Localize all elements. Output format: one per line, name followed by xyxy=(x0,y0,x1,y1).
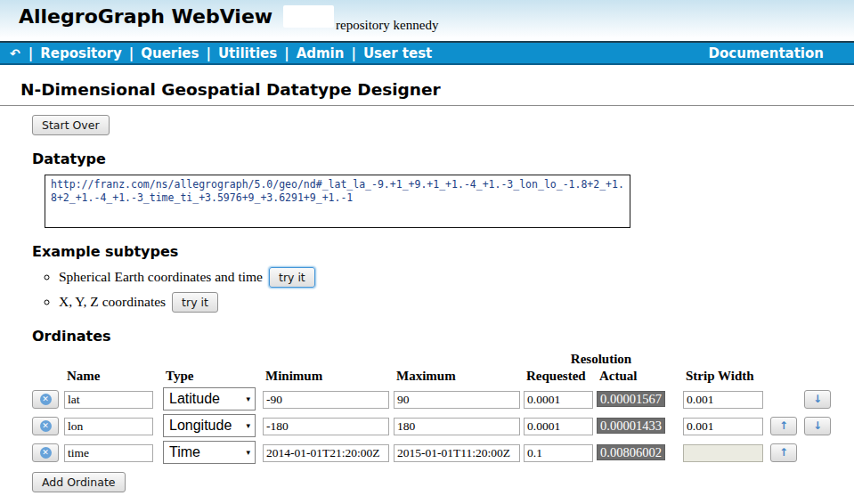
subtype-label: X, Y, Z coordinates xyxy=(59,294,166,309)
strip-width-input[interactable] xyxy=(683,418,763,435)
move-down-button[interactable]: ↓ xyxy=(804,390,831,409)
column-header-minimum: Minimum xyxy=(263,369,389,384)
nav-separator: | xyxy=(206,45,210,61)
strip-width-input[interactable] xyxy=(683,391,763,409)
ordinate-name-input[interactable] xyxy=(64,418,153,435)
datatype-heading: Datatype xyxy=(32,150,854,167)
ordinate-maximum-input[interactable] xyxy=(394,391,520,409)
nav-item-admin[interactable]: Admin xyxy=(297,45,345,61)
ordinate-maximum-input[interactable] xyxy=(394,444,520,462)
subtype-item: Spherical Earth coordinates and timetry … xyxy=(59,267,854,288)
try-it-button[interactable]: try it xyxy=(172,292,218,313)
subtype-item: X, Y, Z coordinatestry it xyxy=(59,292,854,313)
column-header-actual: Actual xyxy=(597,369,679,384)
repository-label: repository kennedy xyxy=(336,18,438,33)
app-header: AllegroGraph WebView repository kennedy xyxy=(0,0,854,41)
start-over-button[interactable]: Start Over xyxy=(32,115,110,135)
datatype-textarea[interactable]: http://franz.com/ns/allegrograph/5.0/geo… xyxy=(45,175,630,228)
ordinate-type-select[interactable]: Longitude ▾ xyxy=(163,414,256,437)
resolution-header-row: Resolution xyxy=(32,352,854,367)
column-header-row: NameTypeMinimumMaximumRequestedActualStr… xyxy=(32,369,854,384)
ordinate-row: ✕ Time ▾ 0.00806002 ↑ ↓ xyxy=(32,441,854,464)
nav-item-queries[interactable]: Queries xyxy=(141,45,199,61)
nav-item-documentation[interactable]: Documentation xyxy=(709,45,824,61)
ordinate-row: ✕ Longitude ▾ 0.00001433 ↑ ↓ xyxy=(32,414,854,437)
resolution-actual-value: 0.00001433 xyxy=(597,418,665,434)
nav-separator: | xyxy=(28,45,33,61)
resolution-requested-input[interactable] xyxy=(524,391,593,409)
chevron-down-icon: ▾ xyxy=(246,421,250,430)
resolution-requested-input[interactable] xyxy=(524,444,593,462)
nav-separator: | xyxy=(284,45,289,61)
ordinates-heading: Ordinates xyxy=(32,328,854,345)
chevron-down-icon: ▾ xyxy=(246,394,250,403)
ordinate-maximum-input[interactable] xyxy=(394,418,520,435)
delete-icon: ✕ xyxy=(40,447,52,459)
arrow-down-icon: ↓ xyxy=(813,419,822,432)
nav-item-utilities[interactable]: Utilities xyxy=(218,45,277,61)
arrow-up-icon: ↑ xyxy=(779,419,788,432)
column-header-name: Name xyxy=(64,369,153,384)
resolution-header: Resolution xyxy=(524,352,679,367)
resolution-requested-input[interactable] xyxy=(524,418,593,435)
example-subtypes-heading: Example subtypes xyxy=(32,243,854,260)
try-it-button[interactable]: try it xyxy=(269,267,315,288)
nav-item-repository[interactable]: Repository xyxy=(40,45,122,61)
ordinate-type-value: Latitude xyxy=(169,391,220,407)
resolution-actual-value: 0.00001567 xyxy=(597,391,665,407)
move-down-button[interactable]: ↓ xyxy=(804,417,831,435)
ordinate-type-select[interactable]: Latitude ▾ xyxy=(163,387,256,411)
ordinates-table: Resolution NameTypeMinimumMaximumRequest… xyxy=(32,352,854,464)
ordinate-row: ✕ Latitude ▾ 0.00001567 ↑ ↓ xyxy=(32,387,854,411)
ordinate-minimum-input[interactable] xyxy=(263,391,389,409)
app-title: AllegroGraph WebView xyxy=(19,5,272,28)
move-up-button[interactable]: ↑ xyxy=(770,417,797,435)
ordinate-type-value: Longitude xyxy=(169,418,232,434)
strip-width-input[interactable] xyxy=(683,444,763,462)
back-icon[interactable]: ↶ xyxy=(10,46,20,61)
add-ordinate-button[interactable]: Add Ordinate xyxy=(32,472,126,492)
blank-patch xyxy=(283,5,334,28)
nav-separator: | xyxy=(351,45,355,61)
chevron-down-icon: ▾ xyxy=(246,448,250,457)
column-header-requested: Requested xyxy=(524,369,593,384)
ordinate-minimum-input[interactable] xyxy=(263,444,389,462)
delete-ordinate-button[interactable]: ✕ xyxy=(32,417,59,435)
main-navbar: ↶ |Repository|Queries|Utilities|Admin|Us… xyxy=(0,41,854,65)
arrow-down-icon: ↓ xyxy=(813,393,822,405)
delete-icon: ✕ xyxy=(40,420,52,432)
delete-ordinate-button[interactable]: ✕ xyxy=(32,390,59,409)
ordinate-type-select[interactable]: Time ▾ xyxy=(163,441,256,464)
ordinate-name-input[interactable] xyxy=(64,391,153,409)
delete-ordinate-button[interactable]: ✕ xyxy=(32,443,59,462)
arrow-up-icon: ↑ xyxy=(779,446,788,459)
ordinate-rows: ✕ Latitude ▾ 0.00001567 ↑ ↓ ✕ Longitude xyxy=(32,387,854,464)
column-header-type: Type xyxy=(163,369,256,384)
resolution-actual-value: 0.00806002 xyxy=(597,444,665,460)
nav-item-user-test[interactable]: User test xyxy=(363,45,432,61)
ordinate-type-value: Time xyxy=(169,444,200,460)
page-title: N-Dimensional Geospatial Datatype Design… xyxy=(0,80,854,106)
ordinate-minimum-input[interactable] xyxy=(263,418,389,435)
nav-separator: | xyxy=(129,45,134,61)
delete-icon: ✕ xyxy=(40,394,52,405)
column-header-strip-width: Strip Width xyxy=(683,369,763,384)
ordinate-name-input[interactable] xyxy=(64,444,153,462)
move-up-button[interactable]: ↑ xyxy=(770,443,797,462)
subtype-label: Spherical Earth coordinates and time xyxy=(59,269,263,284)
column-header-maximum: Maximum xyxy=(394,369,520,384)
nav-items: |Repository|Queries|Utilities|Admin|User… xyxy=(21,45,433,61)
subtype-list: Spherical Earth coordinates and timetry … xyxy=(0,267,854,313)
